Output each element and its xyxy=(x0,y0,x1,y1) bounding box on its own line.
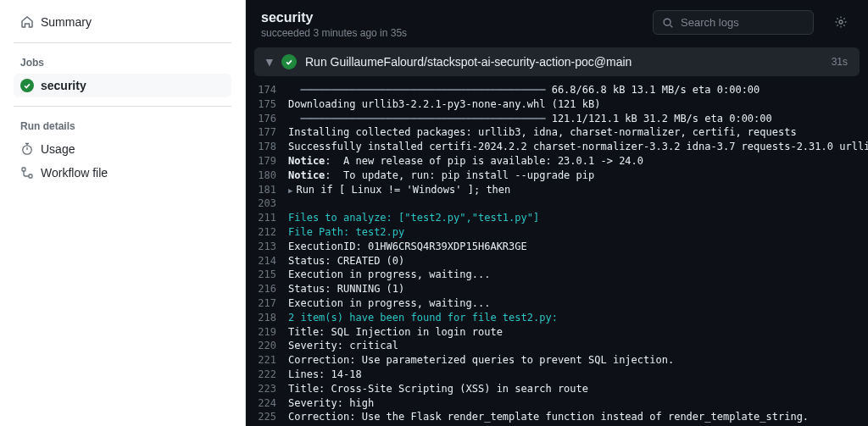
sidebar-item-usage[interactable]: Usage xyxy=(14,137,231,161)
log-line: 220Severity: critical xyxy=(246,339,868,353)
line-number: 216 xyxy=(246,282,288,296)
line-number: 224 xyxy=(246,396,288,411)
log-line: 179Notice: A new release of pip is avail… xyxy=(246,154,868,169)
sidebar: Summary Jobs security Run details Usage … xyxy=(0,0,246,426)
workflow-icon xyxy=(20,166,34,180)
line-text: Severity: high xyxy=(288,396,374,411)
log-line: 213ExecutionID: 01HW6CRSQ4R39XDP15H6AKR3… xyxy=(246,240,868,254)
chevron-down-icon: ▶ xyxy=(264,58,275,65)
log-line: 223Title: Cross-Site Scripting (XSS) in … xyxy=(246,382,868,396)
line-number: 177 xyxy=(246,125,288,140)
settings-button[interactable] xyxy=(829,10,853,34)
line-number: 212 xyxy=(246,225,288,240)
main-header: security succeeded 3 minutes ago in 35s xyxy=(246,0,868,47)
line-number: 179 xyxy=(246,154,288,169)
jobs-section-label: Jobs xyxy=(14,52,231,74)
line-text: Installing collected packages: urllib3, … xyxy=(288,125,797,140)
svg-rect-1 xyxy=(22,168,25,171)
log-line: 214Status: CREATED (0) xyxy=(246,254,868,268)
summary-label: Summary xyxy=(41,15,92,29)
log-line: 211Files to analyze: ["test2.py","test1.… xyxy=(246,211,868,225)
search-icon xyxy=(662,17,674,29)
run-details-section-label: Run details xyxy=(14,115,231,137)
line-text: Lines: 14-18 xyxy=(288,368,362,382)
log-line: 177Installing collected packages: urllib… xyxy=(246,125,868,140)
log-line: 181▶Run if [ Linux != 'Windows' ]; then xyxy=(246,183,868,197)
line-text: Execution in progress, waiting... xyxy=(288,296,490,311)
line-text: Title: Cross-Site Scripting (XSS) in sea… xyxy=(288,382,588,396)
line-text: ━━━━━━━━━━━━━━━━━━━━━━━━━━━━━━━━━━━━━━━━… xyxy=(288,83,760,97)
sidebar-item-summary[interactable]: Summary xyxy=(14,10,231,34)
line-number: 225 xyxy=(246,410,288,424)
usage-label: Usage xyxy=(41,142,75,156)
line-number: 180 xyxy=(246,169,288,183)
log-line: 176 ━━━━━━━━━━━━━━━━━━━━━━━━━━━━━━━━━━━━… xyxy=(246,112,868,126)
log-line: 219Title: SQL Injection in login route xyxy=(246,325,868,340)
line-text: Correction: Use parameterized queries to… xyxy=(288,353,674,368)
svg-point-4 xyxy=(839,20,843,24)
line-number: 211 xyxy=(246,211,288,225)
svg-point-3 xyxy=(664,19,670,25)
log-line: 175Downloading urllib3-2.2.1-py3-none-an… xyxy=(246,97,868,112)
log-line: 215Execution in progress, waiting... xyxy=(246,268,868,282)
search-logs-box[interactable] xyxy=(653,10,814,35)
sidebar-job-security[interactable]: security xyxy=(14,74,231,97)
line-text: Files to analyze: ["test2.py","test1.py"… xyxy=(288,211,539,225)
workflow-file-label: Workflow file xyxy=(41,166,108,180)
line-number: 178 xyxy=(246,140,288,154)
line-text: Correction: Use the Flask render_templat… xyxy=(288,410,809,424)
line-text: Notice: To update, run: pip install --up… xyxy=(288,169,594,183)
main-panel: security succeeded 3 minutes ago in 35s … xyxy=(246,0,868,426)
home-icon xyxy=(20,15,34,29)
log-line: 221Correction: Use parameterized queries… xyxy=(246,353,868,368)
line-number: 223 xyxy=(246,382,288,396)
gear-icon xyxy=(834,15,848,29)
log-output[interactable]: 174 ━━━━━━━━━━━━━━━━━━━━━━━━━━━━━━━━━━━━… xyxy=(246,76,868,426)
step-title: Run GuillaumeFalourd/stackspot-ai-securi… xyxy=(305,55,823,69)
line-text: 2 item(s) have been found for file test2… xyxy=(288,311,558,325)
line-number: 176 xyxy=(246,112,288,126)
line-text: Title: SQL Injection in login route xyxy=(288,325,503,340)
line-number: 220 xyxy=(246,339,288,353)
line-number: 181 xyxy=(246,183,288,197)
line-number: 215 xyxy=(246,268,288,282)
line-number: 217 xyxy=(246,296,288,311)
line-text: Successfully installed certifi-2024.2.2 … xyxy=(288,140,868,154)
page-title: security xyxy=(261,10,643,25)
line-text: Status: CREATED (0) xyxy=(288,254,404,268)
line-text: Severity: critical xyxy=(288,339,398,353)
line-text: File Path: test2.py xyxy=(288,225,404,240)
line-number: 222 xyxy=(246,368,288,382)
line-text: Status: RUNNING (1) xyxy=(288,282,404,296)
job-name-label: security xyxy=(41,79,86,92)
fold-caret-icon[interactable]: ▶ xyxy=(288,186,292,195)
line-text: ExecutionID: 01HW6CRSQ4R39XDP15H6AKR3GE xyxy=(288,240,527,254)
svg-rect-2 xyxy=(29,174,32,178)
run-status-text: succeeded 3 minutes ago in 35s xyxy=(261,27,643,39)
log-line: 180Notice: To update, run: pip install -… xyxy=(246,169,868,183)
log-line: 178Successfully installed certifi-2024.2… xyxy=(246,140,868,154)
divider xyxy=(14,106,231,107)
line-number: 214 xyxy=(246,254,288,268)
check-circle-icon xyxy=(281,54,297,69)
line-number: 219 xyxy=(246,325,288,340)
line-text: Execution in progress, waiting... xyxy=(288,268,490,282)
log-line: 217Execution in progress, waiting... xyxy=(246,296,868,311)
line-text: Downloading urllib3-2.2.1-py3-none-any.w… xyxy=(288,97,600,112)
search-logs-input[interactable] xyxy=(681,16,804,29)
line-number: 203 xyxy=(246,196,288,211)
line-number: 174 xyxy=(246,83,288,97)
log-line: 174 ━━━━━━━━━━━━━━━━━━━━━━━━━━━━━━━━━━━━… xyxy=(246,83,868,97)
step-header[interactable]: ▶ Run GuillaumeFalourd/stackspot-ai-secu… xyxy=(254,47,860,76)
line-text: Notice: A new release of pip is availabl… xyxy=(288,154,643,169)
sidebar-item-workflow-file[interactable]: Workflow file xyxy=(14,161,231,185)
log-line: 2182 item(s) have been found for file te… xyxy=(246,311,868,325)
log-line: 203 xyxy=(246,196,868,211)
check-circle-icon xyxy=(20,79,34,92)
stopwatch-icon xyxy=(20,142,34,156)
line-number: 218 xyxy=(246,311,288,325)
log-line: 216Status: RUNNING (1) xyxy=(246,282,868,296)
line-text: ▶Run if [ Linux != 'Windows' ]; then xyxy=(288,183,510,197)
line-text: ━━━━━━━━━━━━━━━━━━━━━━━━━━━━━━━━━━━━━━━━… xyxy=(288,112,772,126)
line-number: 175 xyxy=(246,97,288,112)
